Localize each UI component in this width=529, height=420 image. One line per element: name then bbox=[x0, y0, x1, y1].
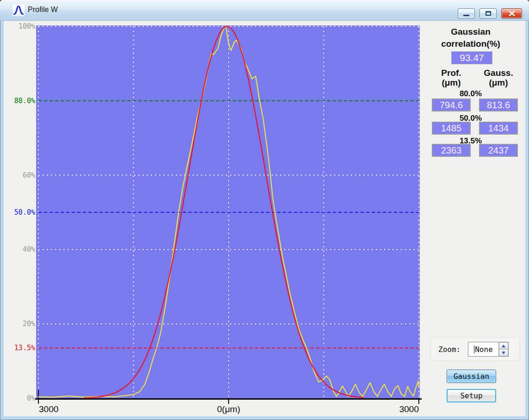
prof-unit-label: (μm) bbox=[442, 78, 461, 87]
prof-width-80-value: 794.6 bbox=[432, 99, 471, 111]
zoom-increment-button[interactable] bbox=[499, 342, 508, 349]
app-icon-gaussian-curve bbox=[12, 4, 25, 16]
correlation-value: 93.47 bbox=[451, 51, 492, 64]
text-caret bbox=[474, 346, 474, 353]
arrow-up-icon bbox=[502, 345, 505, 347]
zoom-value: None bbox=[475, 345, 493, 354]
zoom-label: Zoom: bbox=[438, 345, 461, 354]
correlation-heading: Gaussian correlation(%) bbox=[419, 26, 523, 50]
gauss-label: Gauss. bbox=[484, 68, 513, 78]
prof-width-50-value: 1485 bbox=[432, 122, 471, 135]
gauss-width-13-5-value: 2437 bbox=[479, 144, 518, 157]
titlebar[interactable]: Profile W bbox=[0, 0, 529, 21]
zoom-decrement-button[interactable] bbox=[499, 349, 508, 356]
gauss-width-80-value: 813.6 bbox=[479, 99, 518, 111]
close-icon bbox=[508, 11, 516, 16]
level-label-80: 80.0% bbox=[419, 89, 523, 99]
minimize-icon bbox=[463, 15, 469, 16]
column-header-prof: Prof. (μm) bbox=[431, 68, 471, 87]
minimize-button[interactable] bbox=[458, 8, 475, 19]
zoom-spinner-arrows bbox=[498, 342, 508, 356]
setup-button[interactable]: Setup bbox=[447, 389, 496, 402]
zoom-spinbox[interactable]: None bbox=[468, 342, 509, 357]
zoom-group: Zoom: None bbox=[430, 337, 520, 361]
gauss-width-50-value: 1434 bbox=[479, 122, 518, 135]
window-controls bbox=[458, 8, 522, 19]
maximize-button[interactable] bbox=[479, 8, 497, 19]
side-panel: Gaussian correlation(%) 93.47 Prof. (μm)… bbox=[419, 21, 525, 416]
column-header-gauss: Gauss. (μm) bbox=[479, 68, 518, 87]
correlation-heading-line2: correlation(%) bbox=[441, 39, 500, 49]
window-title: Profile W bbox=[28, 6, 58, 14]
profile-window: 100%80.0%60%50.0%40%20%13.5%0%30000(μm)3… bbox=[0, 0, 529, 420]
maximize-icon bbox=[485, 11, 491, 16]
gaussian-button[interactable]: Gaussian bbox=[447, 370, 496, 383]
prof-label: Prof. bbox=[441, 68, 461, 78]
prof-width-13-5-value: 2363 bbox=[432, 144, 471, 157]
arrow-down-icon bbox=[502, 352, 505, 354]
correlation-heading-line1: Gaussian bbox=[451, 27, 491, 37]
zoom-value-field[interactable]: None bbox=[468, 342, 498, 356]
gauss-unit-label: (μm) bbox=[489, 78, 508, 87]
close-button[interactable] bbox=[501, 8, 522, 19]
